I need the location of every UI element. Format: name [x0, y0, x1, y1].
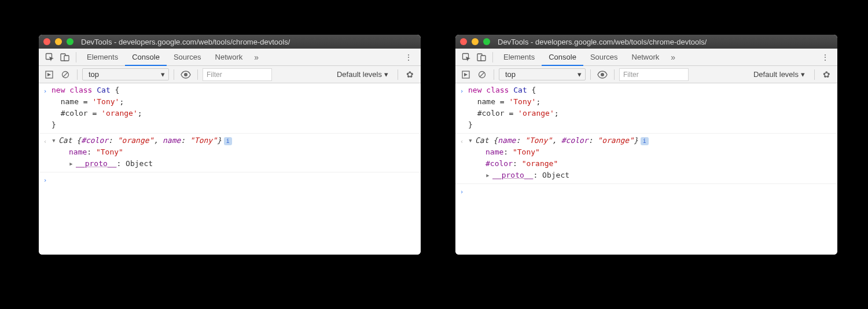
context-selector[interactable]: top ▾	[499, 68, 586, 80]
console-toolbar: top ▾ Filter Default levels ▾ ✿	[39, 66, 421, 83]
filter-placeholder: Filter	[207, 71, 222, 79]
devtools-window: DevTools - developers.google.com/web/too…	[455, 35, 837, 255]
titlebar[interactable]: DevTools - developers.google.com/web/too…	[455, 35, 837, 49]
svg-line-12	[480, 72, 484, 77]
info-badge-icon[interactable]: i	[641, 137, 649, 145]
divider	[76, 52, 76, 62]
close-icon[interactable]	[43, 38, 50, 45]
console-toolbar: top ▾ Filter Default levels ▾ ✿	[455, 66, 837, 83]
info-badge-icon[interactable]: i	[224, 137, 232, 145]
divider	[614, 69, 615, 80]
toggle-sidebar-icon[interactable]	[459, 68, 473, 82]
context-label: top	[505, 70, 516, 79]
prompt-icon: ›	[39, 84, 52, 131]
console-prompt-row[interactable]: ›	[455, 184, 837, 200]
window-title: DevTools - developers.google.com/web/too…	[498, 38, 707, 46]
result-icon: ‹	[455, 135, 468, 181]
settings-menu-icon[interactable]: ⋮	[400, 53, 417, 62]
svg-line-5	[63, 72, 68, 77]
filter-placeholder: Filter	[623, 71, 639, 79]
more-tabs-icon[interactable]: »	[666, 53, 680, 62]
tab-network[interactable]: Network	[208, 49, 250, 66]
console-output-row: ‹ ▾Cat {name: "Tony", #color: "orange"}i…	[455, 134, 837, 184]
device-toolbar-icon[interactable]	[57, 52, 72, 63]
tab-network[interactable]: Network	[625, 49, 667, 66]
filter-input[interactable]: Filter	[619, 68, 689, 81]
traffic-lights	[43, 38, 73, 45]
zoom-icon[interactable]	[483, 38, 490, 45]
prompt-icon: ›	[39, 174, 52, 186]
svg-point-13	[601, 73, 604, 76]
device-toolbar-icon[interactable]	[474, 52, 489, 63]
console-output[interactable]: › new class Cat { name = 'Tony'; #color …	[455, 83, 837, 255]
traffic-lights	[460, 38, 490, 45]
levels-label: Default levels	[753, 70, 799, 79]
code-input: new class Cat { name = 'Tony'; #color = …	[468, 84, 837, 131]
divider	[492, 52, 493, 62]
dropdown-arrow-icon: ▾	[578, 70, 582, 79]
svg-point-6	[184, 73, 187, 76]
close-icon[interactable]	[460, 38, 467, 45]
tab-elements[interactable]: Elements	[496, 49, 542, 66]
minimize-icon[interactable]	[55, 38, 62, 45]
divider	[174, 69, 174, 80]
context-selector[interactable]: top ▾	[82, 68, 169, 80]
console-prompt-row[interactable]: ›	[39, 172, 421, 189]
divider	[814, 69, 815, 80]
tab-console[interactable]: Console	[542, 49, 583, 66]
svg-rect-2	[64, 56, 69, 61]
filter-input[interactable]: Filter	[203, 68, 272, 81]
tab-strip: Elements Console Sources Network » ⋮	[455, 49, 837, 66]
prompt-icon: ›	[455, 185, 468, 198]
result-icon: ‹	[39, 135, 52, 170]
console-output[interactable]: › new class Cat { name = 'Tony'; #color …	[39, 83, 421, 255]
svg-rect-9	[481, 56, 486, 61]
window-title: DevTools - developers.google.com/web/too…	[81, 38, 290, 46]
toggle-sidebar-icon[interactable]	[42, 68, 56, 82]
dropdown-arrow-icon: ▾	[801, 70, 805, 79]
prompt-icon: ›	[455, 84, 468, 131]
live-expression-icon[interactable]	[179, 68, 193, 82]
code-input: new class Cat { name = 'Tony'; #color = …	[52, 84, 421, 131]
divider	[590, 69, 591, 80]
tab-strip: Elements Console Sources Network » ⋮	[39, 49, 421, 66]
tab-sources[interactable]: Sources	[583, 49, 625, 66]
console-settings-icon[interactable]: ✿	[819, 69, 834, 80]
object-tree[interactable]: ▾Cat {#color: "orange", name: "Tony"}i n…	[52, 135, 421, 170]
clear-console-icon[interactable]	[475, 68, 489, 82]
inspect-element-icon[interactable]	[459, 52, 474, 63]
log-levels-dropdown[interactable]: Default levels ▾	[749, 70, 810, 79]
console-input-row: › new class Cat { name = 'Tony'; #color …	[455, 83, 837, 134]
log-levels-dropdown[interactable]: Default levels ▾	[332, 70, 393, 79]
console-output-row: ‹ ▾Cat {#color: "orange", name: "Tony"}i…	[39, 134, 421, 172]
tab-elements[interactable]: Elements	[80, 49, 125, 66]
inspect-element-icon[interactable]	[42, 52, 57, 63]
levels-label: Default levels	[337, 70, 382, 79]
object-tree[interactable]: ▾Cat {name: "Tony", #color: "orange"}i n…	[468, 135, 837, 181]
devtools-window: DevTools - developers.google.com/web/too…	[39, 35, 421, 255]
tab-console[interactable]: Console	[125, 49, 167, 66]
context-label: top	[89, 70, 99, 79]
clear-console-icon[interactable]	[58, 68, 72, 82]
console-input-row: › new class Cat { name = 'Tony'; #color …	[39, 83, 421, 134]
titlebar[interactable]: DevTools - developers.google.com/web/too…	[39, 35, 421, 49]
more-tabs-icon[interactable]: »	[249, 53, 263, 62]
console-input[interactable]	[52, 174, 421, 186]
zoom-icon[interactable]	[67, 38, 73, 45]
minimize-icon[interactable]	[472, 38, 479, 45]
console-input[interactable]	[468, 185, 837, 198]
dropdown-arrow-icon: ▾	[161, 70, 165, 79]
settings-menu-icon[interactable]: ⋮	[816, 53, 834, 62]
divider	[77, 69, 78, 80]
live-expression-icon[interactable]	[595, 68, 609, 82]
console-settings-icon[interactable]: ✿	[403, 69, 417, 80]
divider	[197, 69, 198, 80]
dropdown-arrow-icon: ▾	[384, 70, 388, 79]
divider	[494, 69, 494, 80]
tab-sources[interactable]: Sources	[167, 49, 208, 66]
divider	[398, 69, 398, 80]
